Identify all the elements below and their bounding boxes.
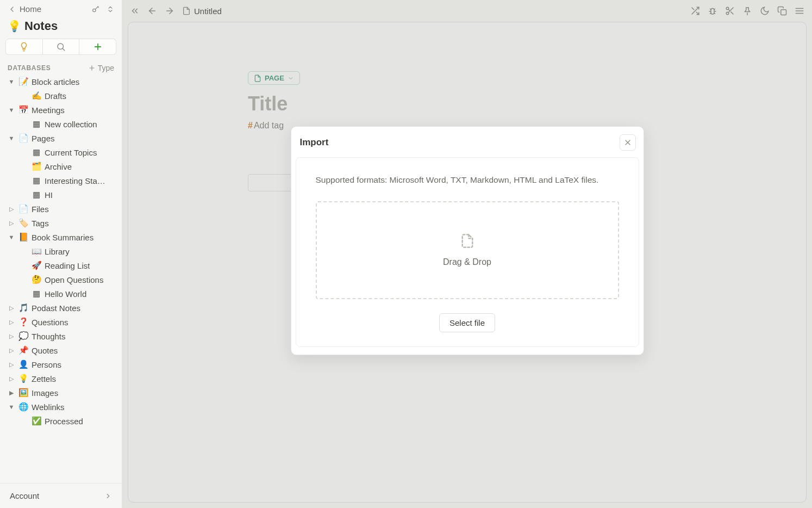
tree-item-label: Questions bbox=[32, 318, 68, 327]
sidebar-tree: ▼📝Block articles▷✍️Drafts▼📅Meetings▷▦New… bbox=[0, 75, 122, 483]
tree-item[interactable]: ▷🎵Podast Notes bbox=[2, 301, 120, 315]
sidebar-tab-add[interactable] bbox=[79, 39, 116, 55]
item-emoji-icon: 🤔 bbox=[32, 275, 41, 284]
sidebar-tab-search[interactable] bbox=[43, 39, 80, 55]
tree-item[interactable]: ▼📄Pages bbox=[2, 131, 120, 145]
tree-item[interactable]: ▷💡Zettels bbox=[2, 371, 120, 386]
tree-item-label: Hello World bbox=[45, 289, 86, 299]
item-emoji-icon: 📙 bbox=[18, 232, 28, 242]
tree-item[interactable]: ▶🖼️Images bbox=[2, 386, 120, 400]
tree-item[interactable]: ▷💭Thoughts bbox=[2, 329, 120, 343]
tree-item[interactable]: ▷📄Files bbox=[2, 202, 120, 216]
item-emoji-icon: 🚀 bbox=[32, 261, 41, 270]
tree-item[interactable]: ▼🌐Weblinks bbox=[2, 400, 120, 414]
tree-item[interactable]: ▷▦Hello World bbox=[2, 287, 120, 301]
tree-item[interactable]: ▷▦New collection bbox=[2, 117, 120, 131]
main-area: Untitled PAGE bbox=[122, 0, 812, 508]
item-emoji-icon: ✍️ bbox=[32, 91, 41, 101]
chevron-right-icon[interactable]: ▷ bbox=[8, 361, 15, 368]
item-emoji-icon: ▦ bbox=[32, 119, 41, 129]
tree-item[interactable]: ▷🤔Open Questions bbox=[2, 272, 120, 287]
item-emoji-icon: ▦ bbox=[32, 147, 41, 157]
tree-item[interactable]: ▷▦HI bbox=[2, 188, 120, 202]
chevron-down-icon[interactable]: ▼ bbox=[8, 78, 15, 85]
modal-title: Import bbox=[300, 137, 329, 148]
modal-overlay[interactable]: Import Supported formats: Microsoft Word… bbox=[122, 0, 812, 508]
item-emoji-icon: ✅ bbox=[32, 416, 41, 426]
dropzone[interactable]: Drag & Drop bbox=[316, 201, 619, 299]
tree-item[interactable]: ▷❓Questions bbox=[2, 315, 120, 329]
item-emoji-icon: 👤 bbox=[18, 360, 28, 369]
tree-item-label: Persons bbox=[32, 360, 61, 369]
chevron-right-filled-icon[interactable]: ▶ bbox=[8, 389, 15, 397]
dropzone-label: Drag & Drop bbox=[443, 257, 491, 267]
sidebar-tab-ideas[interactable] bbox=[5, 39, 43, 55]
chevron-down-icon[interactable]: ▼ bbox=[8, 404, 15, 410]
tree-item[interactable]: ▷▦Interesting Sta… bbox=[2, 174, 120, 188]
tree-item-label: Images bbox=[32, 388, 58, 398]
item-emoji-icon: ▦ bbox=[32, 176, 41, 185]
chevron-right-icon[interactable]: ▷ bbox=[8, 347, 15, 354]
tree-item-label: Library bbox=[45, 247, 70, 256]
tree-item[interactable]: ▷▦Current Topics bbox=[2, 145, 120, 159]
chevron-down-icon[interactable]: ▼ bbox=[8, 135, 15, 141]
sidebar-tab-bar bbox=[0, 39, 122, 60]
tree-item-label: Reading List bbox=[45, 261, 90, 270]
item-emoji-icon: ▦ bbox=[32, 289, 41, 299]
item-emoji-icon: ▦ bbox=[32, 190, 41, 200]
chevron-right-icon[interactable]: ▷ bbox=[8, 375, 15, 382]
tree-item-label: Quotes bbox=[32, 346, 58, 355]
settings-key-icon[interactable] bbox=[91, 5, 100, 14]
tree-item[interactable]: ▼📙Book Summaries bbox=[2, 230, 120, 244]
item-emoji-icon: ❓ bbox=[18, 317, 28, 327]
tree-item[interactable]: ▷🏷️Tags bbox=[2, 216, 120, 230]
chevron-right-icon[interactable]: ▷ bbox=[8, 206, 15, 213]
select-file-button[interactable]: Select file bbox=[439, 313, 495, 332]
file-dashed-icon bbox=[460, 233, 475, 249]
home-label[interactable]: Home bbox=[20, 4, 85, 14]
tree-item[interactable]: ▷📖Library bbox=[2, 244, 120, 258]
item-emoji-icon: 📌 bbox=[18, 345, 28, 355]
tree-item[interactable]: ▼📝Block articles bbox=[2, 75, 120, 89]
import-modal: Import Supported formats: Microsoft Word… bbox=[291, 126, 644, 355]
item-emoji-icon: 📄 bbox=[18, 204, 28, 214]
tree-item-label: Thoughts bbox=[32, 332, 66, 341]
chevron-right-icon[interactable]: ▷ bbox=[8, 319, 15, 326]
add-type-button[interactable]: Type bbox=[88, 64, 114, 72]
tree-item[interactable]: ▷📌Quotes bbox=[2, 343, 120, 357]
tree-item-label: Pages bbox=[32, 134, 55, 143]
tree-item-label: Weblinks bbox=[32, 402, 65, 412]
chevron-right-icon[interactable]: ▷ bbox=[8, 305, 15, 312]
chevron-down-icon[interactable]: ▼ bbox=[8, 107, 15, 113]
svg-line-2 bbox=[63, 48, 64, 50]
tree-item-label: Drafts bbox=[45, 91, 66, 101]
tree-item-label: Block articles bbox=[32, 77, 79, 86]
item-emoji-icon: 🏷️ bbox=[18, 218, 28, 228]
chevron-right-icon[interactable]: ▷ bbox=[8, 333, 15, 340]
sidebar: Home 💡 Notes DATABASES Type ▼📝Block arti… bbox=[0, 0, 122, 508]
modal-close-button[interactable] bbox=[620, 134, 636, 151]
tree-item-label: Files bbox=[32, 205, 49, 214]
tree-item[interactable]: ▼📅Meetings bbox=[2, 103, 120, 117]
tree-item[interactable]: ▷🚀Reading List bbox=[2, 258, 120, 272]
item-emoji-icon: 💭 bbox=[18, 331, 28, 341]
back-home-icon[interactable] bbox=[8, 5, 16, 14]
account-button[interactable]: Account bbox=[0, 483, 122, 508]
tree-item-label: Current Topics bbox=[45, 148, 97, 157]
tree-item-label: Meetings bbox=[32, 106, 65, 115]
tree-item-label: Book Summaries bbox=[32, 233, 93, 242]
tree-item[interactable]: ▷✍️Drafts bbox=[2, 89, 120, 103]
chevron-down-icon[interactable]: ▼ bbox=[8, 234, 15, 240]
item-emoji-icon: 📝 bbox=[18, 77, 28, 86]
item-emoji-icon: 📄 bbox=[18, 133, 28, 143]
item-emoji-icon: 🎵 bbox=[18, 303, 28, 313]
svg-point-1 bbox=[58, 44, 64, 49]
expand-collapse-icon[interactable] bbox=[107, 5, 114, 14]
tree-item[interactable]: ▷✅Processed bbox=[2, 414, 120, 428]
item-emoji-icon: 📖 bbox=[32, 246, 41, 256]
item-emoji-icon: 🌐 bbox=[18, 402, 28, 412]
tree-item[interactable]: ▷🗂️Archive bbox=[2, 159, 120, 174]
tree-item[interactable]: ▷👤Persons bbox=[2, 357, 120, 371]
workspace-title[interactable]: 💡 Notes bbox=[0, 16, 122, 39]
chevron-right-icon[interactable]: ▷ bbox=[8, 220, 15, 227]
